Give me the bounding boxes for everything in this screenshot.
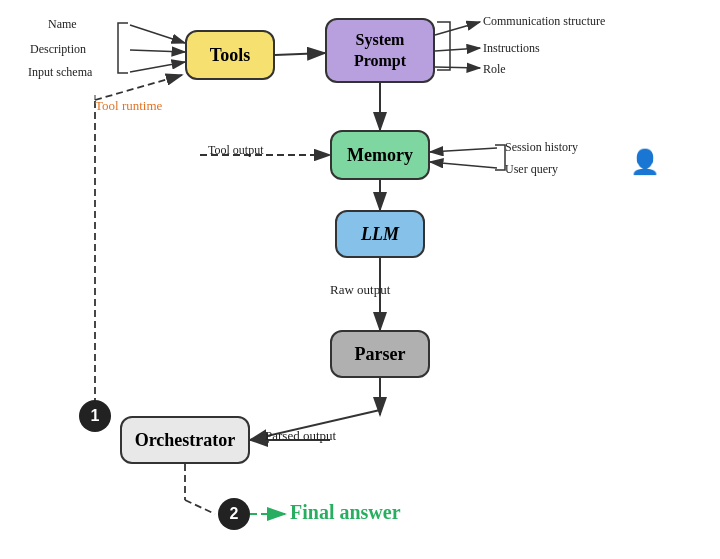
badge-2: 2 — [218, 498, 250, 530]
user-query-label: User query — [505, 162, 558, 177]
memory-label: Memory — [347, 145, 413, 166]
session-history-label: Session history — [505, 140, 578, 155]
memory-box: Memory — [330, 130, 430, 180]
svg-line-10 — [130, 50, 185, 52]
svg-line-9 — [130, 25, 185, 43]
communication-structure-label: Communication structure — [483, 14, 605, 29]
raw-output-label: Raw output — [330, 282, 390, 298]
system-prompt-label: SystemPrompt — [354, 30, 406, 72]
arrows-svg — [0, 0, 720, 559]
svg-line-14 — [435, 67, 480, 68]
tool-runtime-label: Tool runtime — [95, 98, 162, 114]
tools-label: Tools — [210, 45, 250, 66]
parsed-output-label: Parsed output — [265, 428, 336, 444]
svg-line-3 — [275, 53, 325, 55]
tools-box: Tools — [185, 30, 275, 80]
description-label: Description — [30, 42, 86, 57]
instructions-label: Instructions — [483, 41, 540, 56]
diagram: Tools SystemPrompt Memory LLM Parser Orc… — [0, 0, 720, 559]
badge-1-label: 1 — [91, 407, 100, 425]
svg-line-13 — [435, 48, 480, 51]
tool-output-label: Tool output — [208, 143, 264, 158]
final-answer-label: Final answer — [290, 501, 401, 524]
svg-line-15 — [430, 148, 497, 152]
orchestrator-label: Orchestrator — [135, 430, 236, 451]
role-label: Role — [483, 62, 506, 77]
input-schema-label: Input schema — [28, 65, 92, 80]
parser-box: Parser — [330, 330, 430, 378]
llm-label: LLM — [361, 224, 399, 245]
user-icon: 👤 — [630, 148, 660, 176]
llm-box: LLM — [335, 210, 425, 258]
badge-1: 1 — [79, 400, 111, 432]
svg-line-16 — [430, 162, 497, 168]
badge-2-label: 2 — [230, 505, 239, 523]
svg-line-19 — [95, 75, 182, 100]
orchestrator-box: Orchestrator — [120, 416, 250, 464]
parser-label: Parser — [355, 344, 406, 365]
svg-line-23 — [185, 500, 215, 514]
system-prompt-box: SystemPrompt — [325, 18, 435, 83]
svg-line-12 — [435, 22, 480, 35]
name-label: Name — [48, 17, 77, 32]
svg-line-11 — [130, 62, 185, 72]
